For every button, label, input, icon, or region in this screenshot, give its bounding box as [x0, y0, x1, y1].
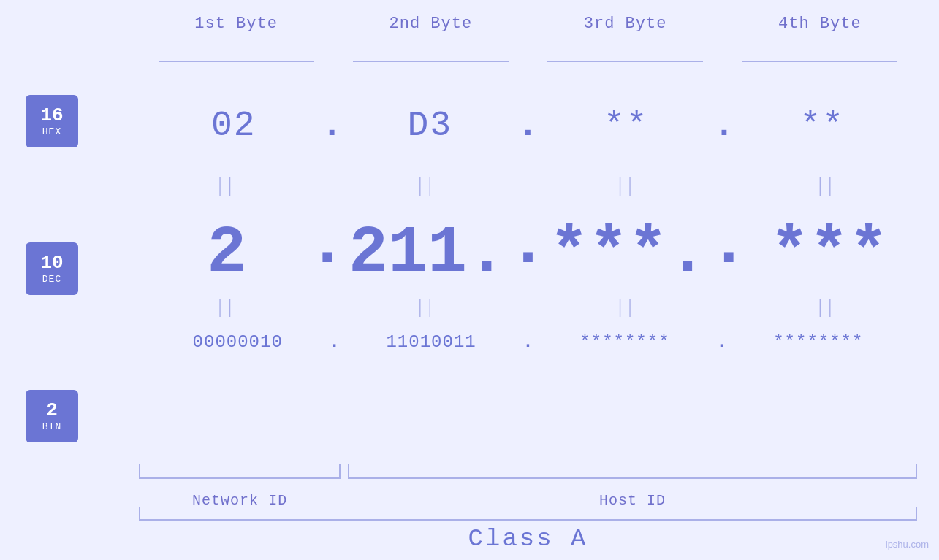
bracket-bottom — [139, 464, 917, 486]
byte4-header: 4th Byte — [723, 15, 917, 33]
dec-badge-label: DEC — [42, 274, 61, 285]
eq8: || — [739, 294, 917, 318]
eq4: || — [739, 173, 917, 196]
byte2-header: 2nd Byte — [333, 15, 528, 33]
hex-badge-number: 16 — [40, 105, 63, 126]
hex-badge: 16 HEX — [26, 95, 78, 147]
hex-b4: ** — [727, 106, 917, 145]
label-row: Network ID Host ID — [139, 492, 917, 509]
dec-b3: ***. — [541, 224, 717, 283]
dec-badge-number: 10 — [40, 253, 63, 274]
hex-b2: D3 — [335, 106, 525, 145]
equals-hex-dec: || || || || — [139, 173, 917, 196]
network-id-label: Network ID — [139, 492, 341, 509]
byte3-header: 3rd Byte — [528, 15, 723, 33]
host-id-label: Host ID — [348, 492, 917, 509]
bin-b1: 00000010 — [139, 332, 336, 352]
class-row: Class A — [139, 507, 917, 553]
eq3: || — [539, 173, 718, 196]
dec-row: 2 . 211. . ***. . *** — [139, 212, 917, 283]
eq2: || — [339, 173, 517, 196]
bracket-host — [348, 464, 917, 479]
class-label: Class A — [468, 525, 588, 553]
main-container: 1st Byte 2nd Byte 3rd Byte 4th Byte 16 H… — [0, 0, 939, 560]
equals-dec-bin: || || || || — [139, 294, 917, 318]
bottom-section: Network ID Host ID — [139, 464, 917, 509]
hex-row: 02 . D3 . ** . ** — [139, 106, 917, 145]
bin-badge-label: BIN — [42, 421, 61, 432]
byte-headers: 1st Byte 2nd Byte 3rd Byte 4th Byte — [139, 15, 917, 33]
eq5: || — [139, 294, 317, 318]
eq6: || — [339, 294, 517, 318]
bin-b2: 11010011 — [332, 332, 530, 352]
eq1: || — [139, 173, 317, 196]
grid-area: 02 . D3 . ** . ** || || || || 2 . 211. .… — [139, 62, 917, 516]
hex-badge-label: HEX — [42, 126, 61, 137]
watermark: ipshu.com — [886, 539, 929, 550]
bin-row: 00000010 . 11010011 . ******** . *******… — [139, 332, 917, 352]
bin-b4: ******** — [720, 332, 917, 352]
badges: 16 HEX 10 DEC 2 BIN — [26, 95, 78, 442]
dec-b4: *** — [741, 224, 917, 283]
byte1-header: 1st Byte — [139, 15, 333, 33]
bracket-network — [139, 464, 341, 479]
hex-b1: 02 — [139, 106, 329, 145]
dec-badge: 10 DEC — [26, 242, 78, 295]
eq7: || — [539, 294, 718, 318]
dec-b2: 211. — [340, 224, 516, 283]
dec-b1: 2 — [139, 224, 315, 283]
bin-b3: ******** — [526, 332, 723, 352]
bin-badge: 2 BIN — [26, 390, 78, 442]
hex-b3: ** — [531, 106, 721, 145]
bin-badge-number: 2 — [46, 400, 58, 421]
class-bracket — [139, 507, 917, 521]
